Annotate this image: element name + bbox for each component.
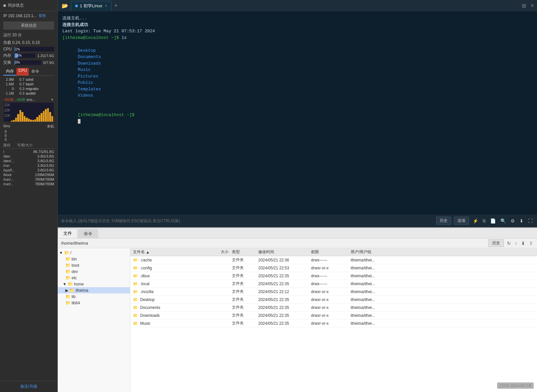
file-row[interactable]: 📁.dbus 文件夹 2024/05/21 22:35 drwx------ i… xyxy=(130,272,537,280)
net-header: ↑922B ↓466B ens... ▼ xyxy=(3,98,54,102)
net-level-32k: 32K xyxy=(4,103,10,107)
upload-icon[interactable]: ↑ xyxy=(514,241,518,246)
terminal-area[interactable]: 连接主机... 连接主机成功 Last login: Tue May 21 07… xyxy=(58,12,537,214)
swap-bar-fill: 0% xyxy=(15,60,15,65)
tree-item-dev[interactable]: 📁 dev xyxy=(58,268,130,275)
download-file-icon[interactable]: ⬇ xyxy=(521,241,526,246)
main-area: 📂 1 初学Linux × + ⊞ ≡ 连接主机... 连接主机成功 Last … xyxy=(58,0,537,392)
tab-close-button[interactable]: × xyxy=(105,4,107,8)
file-row[interactable]: 📁Documents 文件夹 2024/05/21 22:35 drwxr-xr… xyxy=(130,304,537,312)
disk-row-run2: /run/... 780M/780M xyxy=(3,177,54,182)
options-button[interactable]: 选项 xyxy=(454,217,469,225)
disk-section: 路径 可用/大小 / 86.7G/91.8G /dev 3.8G/3.8G /d… xyxy=(0,142,57,381)
tab-bar-right: ⊞ ≡ xyxy=(520,2,536,10)
disk-row-root: / 86.7G/91.8G xyxy=(3,149,54,154)
col-name: 文件名 ▲ xyxy=(133,249,205,255)
lightning-icon[interactable]: ⚡ xyxy=(472,218,479,224)
disk-row-sys: /sys/f... 3.8G/3.8G xyxy=(3,168,54,172)
disk-header: 路径 可用/大小 xyxy=(3,143,54,149)
disk-row-run3: /run/... 780M/780M xyxy=(3,182,54,186)
tree-item-etc[interactable]: 📁 etc xyxy=(58,275,130,281)
search-icon[interactable]: 🔍 xyxy=(499,218,507,224)
refresh-icon[interactable]: ↻ xyxy=(506,241,512,246)
folder-root-icon: 📁 xyxy=(64,250,69,255)
term-line-5: Desktop Documents Downloads Music Pictur… xyxy=(62,41,532,105)
term-line-6: [itheima@localhost ~]$ xyxy=(62,105,532,131)
tab-linux[interactable]: 1 初学Linux × xyxy=(71,1,111,11)
tab-dot-icon xyxy=(75,5,78,7)
file-tab-command[interactable]: 命令 xyxy=(78,229,98,238)
sidebar: 同步状态 IP 192.168.123.1... 复制 系统信息 运行 20 分… xyxy=(0,0,58,392)
sync-label: 同步状态 xyxy=(8,3,24,8)
tree-item-root[interactable]: ▼ 📁 / xyxy=(58,250,130,256)
net-expand-icon[interactable]: ▼ xyxy=(50,98,54,102)
tab-cpu[interactable]: CPU xyxy=(16,68,29,75)
load-avg: 负载 0.24, 0.15, 0.15 xyxy=(0,39,57,46)
col-type: 类型 xyxy=(232,249,258,255)
tree-item-boot[interactable]: 📁 boot xyxy=(58,262,130,268)
folder-expand-icon: ▼ xyxy=(59,251,63,255)
sync-status: 同步状态 xyxy=(0,0,57,11)
swap-row: 交换 0% 0/7.9G xyxy=(0,59,57,66)
copy-icon[interactable]: ⎘ xyxy=(482,218,487,224)
sysinfo-button[interactable]: 系统信息 xyxy=(3,21,54,30)
command-input[interactable] xyxy=(61,219,433,223)
download-icon[interactable]: ⬇ xyxy=(519,218,524,224)
file-toolbar: /home/itheima 历史 ↻ ↑ ⬇ ⇧ xyxy=(58,238,537,248)
ping-host: 本机 xyxy=(47,124,54,129)
tab-mem[interactable]: 内存 xyxy=(3,68,16,75)
term-line-4: [itheima@localhost ~]$ ls xyxy=(62,35,532,41)
file-content: ▼ 📁 / 📁 bin 📁 boot 📁 dev xyxy=(58,248,537,392)
net-level-22k: 22K xyxy=(4,108,10,112)
tab-bar: 📂 1 初学Linux × + ⊞ ≡ xyxy=(58,0,537,12)
list-view-icon[interactable]: ≡ xyxy=(529,2,536,10)
terminal-cursor xyxy=(78,119,80,124)
swap-size: 0/7.9G xyxy=(43,61,54,65)
upload-file-icon[interactable]: ⇧ xyxy=(528,241,534,246)
ping-values: 0 0 0 xyxy=(3,130,54,141)
tree-item-lib[interactable]: 📁 lib xyxy=(58,293,130,300)
sync-dot-icon xyxy=(3,4,6,7)
tab-add-button[interactable]: + xyxy=(111,2,120,9)
proc-row-bash: 1.6M 0.7 bash xyxy=(0,82,57,86)
tree-item-bin[interactable]: 📁 bin xyxy=(58,256,130,262)
file-row[interactable]: 📁.cache 文件夹 2024/05/21 22:36 drwx------ … xyxy=(130,256,537,264)
net-graph: 32K 22K 11K xyxy=(3,102,54,122)
file-row[interactable]: 📁.mozilla 文件夹 2024/05/21 22:12 drwxr-xr-… xyxy=(130,288,537,296)
file-list-header: 文件名 ▲ 大小 类型 修改时间 权限 用户/用户组 xyxy=(130,248,537,256)
grid-view-icon[interactable]: ⊞ xyxy=(520,2,528,10)
file-row[interactable]: 📁Downloads 文件夹 2024/05/21 22:35 drwxr-xr… xyxy=(130,312,537,319)
term-line-3: Last login: Tue May 21 07:53:17 2024 xyxy=(62,28,532,35)
file-row[interactable]: 📁Music 文件夹 2024/05/21 22:35 drwxr-xr-x i… xyxy=(130,319,537,327)
expand-sub-icon: ▶ xyxy=(65,288,68,293)
settings-icon[interactable]: ⚙ xyxy=(510,218,516,224)
col-date: 修改时间 xyxy=(258,249,311,255)
term-line-2: 连接主机成功 xyxy=(62,22,532,28)
disk-col-avail: 可用/大小 xyxy=(17,143,33,148)
process-tabs: 内存 CPU 命令 xyxy=(3,68,54,76)
folder-icon[interactable]: 📂 xyxy=(59,3,71,9)
file-history-button[interactable]: 历史 xyxy=(489,239,504,247)
net-download: ↓466B xyxy=(15,98,25,102)
swap-label: 交换 xyxy=(3,60,13,65)
file-row[interactable]: 📁.config 文件夹 2024/05/21 22:53 drwxr-xr-x… xyxy=(130,264,537,272)
activate-button[interactable]: 激活/升级 xyxy=(0,381,57,392)
file-row[interactable]: 📁Desktop 文件夹 2024/05/21 22:35 drwxr-xr-x… xyxy=(130,296,537,304)
file-tab-files[interactable]: 文件 xyxy=(58,229,78,238)
cpu-row: CPU 1% xyxy=(0,46,57,52)
file-list: 文件名 ▲ 大小 类型 修改时间 权限 用户/用户组 📁.cache 文件夹 2… xyxy=(130,248,537,392)
mem-row: 内存 16% 1.2G/7.6G xyxy=(0,52,57,59)
fullscreen-icon[interactable]: ⛶ xyxy=(527,218,534,224)
tree-item-home[interactable]: ▼ 📁 home xyxy=(58,281,130,287)
uptime: 运行 20 分 xyxy=(0,31,57,39)
cpu-label: CPU xyxy=(3,47,13,51)
file-icon[interactable]: 📄 xyxy=(489,218,497,224)
file-row[interactable]: 📁.local 文件夹 2024/05/21 22:35 drwx------ … xyxy=(130,280,537,288)
copy-ip-button[interactable]: 复制 xyxy=(39,13,46,18)
tree-item-lib64[interactable]: 📁 lib64 xyxy=(58,300,130,306)
tab-cmd[interactable]: 命令 xyxy=(29,68,42,75)
tree-item-itheima[interactable]: ▶ 📁 itheima xyxy=(58,287,130,293)
mem-bar-bg: 16% xyxy=(15,53,35,58)
history-button[interactable]: 历史 xyxy=(436,217,451,225)
mem-label: 内存 xyxy=(3,53,13,58)
